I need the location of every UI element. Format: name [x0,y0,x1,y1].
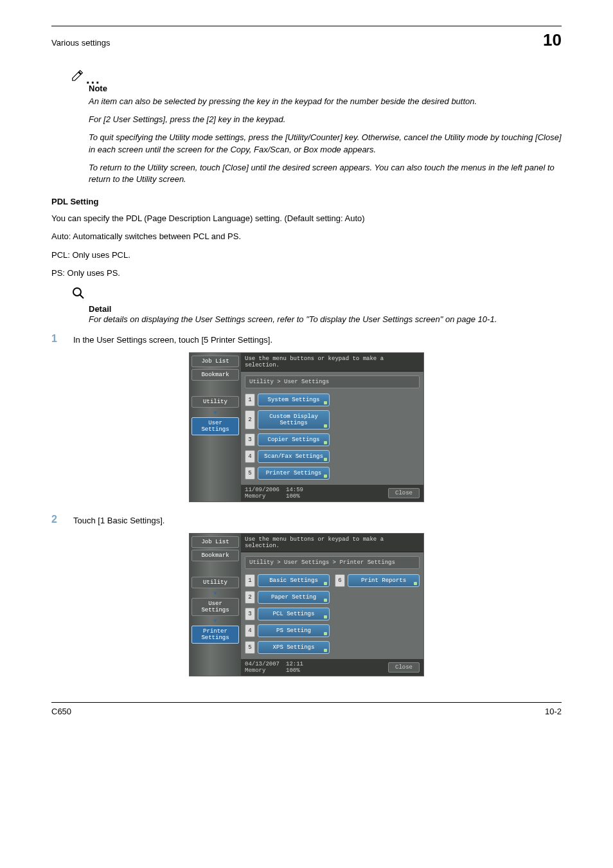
breadcrumb: Utility > User Settings [245,375,420,388]
menu-pcl-settings[interactable]: PCL Settings [258,608,330,620]
note-text: An item can also be selected by pressing… [89,96,562,107]
tab-utility[interactable]: Utility [191,577,239,588]
menu-basic-settings[interactable]: Basic Settings [258,574,330,587]
menu-number: 5 [245,467,255,480]
ellipsis-icon: ... [86,76,101,82]
tab-user-settings[interactable]: User Settings [191,598,239,616]
step-number: 1 [51,333,73,346]
instruction-text: Use the menu buttons or keypad to make a… [241,353,423,372]
menu-number: 3 [245,433,255,446]
tab-utility[interactable]: Utility [191,396,239,408]
body-text: PS: Only uses PS. [51,267,562,279]
chevron-down-icon: ▼ [191,410,239,415]
note-text: For [2 User Settings], press the [2] key… [89,114,562,125]
footer-page: 10-2 [545,707,562,716]
chevron-down-icon: ▼ [191,618,239,624]
body-text: You can specify the PDL (Page Descriptio… [51,213,562,224]
menu-print-reports[interactable]: Print Reports [348,574,420,587]
tab-printer-settings[interactable]: Printer Settings [191,626,239,644]
body-text: Auto: Automatically switches between PCL… [51,231,562,242]
step-text: Touch [1 Basic Settings]. [73,514,164,527]
magnifier-icon [71,285,86,301]
detail-label: Detail [89,304,562,314]
tab-bookmark[interactable]: Bookmark [191,369,239,381]
menu-number: 1 [245,393,255,406]
menu-xps-settings[interactable]: XPS Settings [258,641,330,654]
detail-block: Detail For details on displaying the Use… [71,285,562,325]
pdl-heading: PDL Setting [51,197,562,206]
tab-user-settings[interactable]: User Settings [191,417,239,435]
breadcrumb: Utility > User Settings > Printer Settin… [245,556,420,569]
menu-number: 4 [245,624,255,637]
tab-job-list[interactable]: Job List [191,536,239,548]
status-date: 11/09/2006 [245,487,280,493]
svg-line-1 [80,294,84,298]
section-title: Various settings [51,38,111,48]
menu-copier-settings[interactable]: Copier Settings [258,433,330,446]
menu-system-settings[interactable]: System Settings [258,393,330,406]
menu-number: 4 [245,450,255,463]
menu-printer-settings[interactable]: Printer Settings [258,467,330,480]
close-button[interactable]: Close [388,488,420,498]
menu-ps-setting[interactable]: PS Setting [258,624,330,637]
pen-icon [71,68,85,82]
status-time: 12:11 [286,661,303,667]
menu-scan-fax-settings[interactable]: Scan/Fax Settings [258,450,330,463]
step-number: 2 [51,514,73,527]
screenshot-user-settings: Job List Bookmark Utility ▼ User Setting… [189,352,424,502]
chapter-number: 10 [543,30,562,50]
menu-number: 2 [245,591,255,604]
detail-text: For details on displaying the User Setti… [89,314,562,325]
status-memory-value: 100% [286,493,303,500]
screenshot-printer-settings: Job List Bookmark Utility ▼ User Setting… [189,533,424,676]
note-text: To quit specifying the Utility mode sett… [89,132,562,155]
close-button[interactable]: Close [388,662,420,673]
menu-custom-display-settings[interactable]: Custom Display Settings [258,410,330,429]
menu-number: 2 [245,410,255,429]
menu-number: 3 [245,608,255,620]
menu-paper-setting[interactable]: Paper Setting [258,591,330,604]
tab-bookmark[interactable]: Bookmark [191,550,239,561]
svg-point-0 [73,288,81,296]
menu-number: 1 [245,574,255,587]
note-text: To return to the Utility screen, touch [… [89,162,562,185]
chevron-down-icon: ▼ [191,590,239,596]
status-date: 04/13/2007 [245,661,280,667]
status-memory-value: 100% [286,667,303,674]
footer-model: C650 [51,707,71,716]
note-block: ... Note An item can also be selected by… [71,68,562,185]
menu-number: 6 [335,574,345,587]
status-memory-label: Memory [245,667,280,674]
body-text: PCL: Only uses PCL. [51,249,562,261]
status-time: 14:59 [286,487,303,493]
note-label: Note [89,84,562,93]
menu-number: 5 [245,641,255,654]
step-text: In the User Settings screen, touch [5 Pr… [73,333,272,346]
status-memory-label: Memory [245,493,280,500]
instruction-text: Use the menu buttons or keypad to make a… [241,534,423,552]
tab-job-list[interactable]: Job List [191,356,239,367]
